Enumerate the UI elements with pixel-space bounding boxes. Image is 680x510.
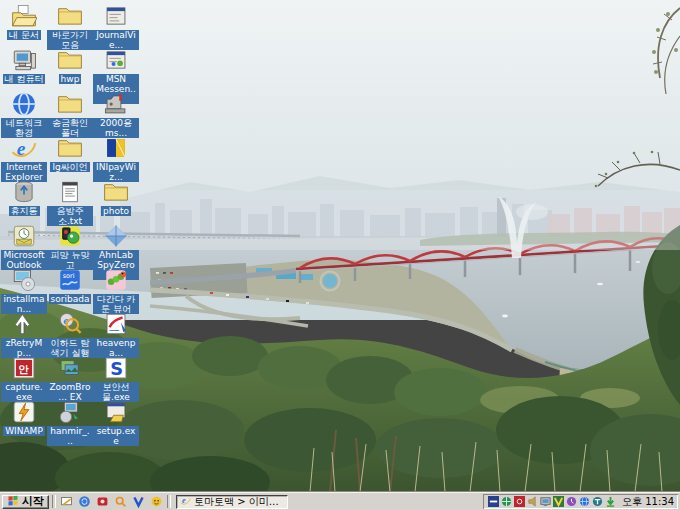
- e-search-icon: e: [57, 311, 83, 337]
- desktop-icon[interactable]: heavenpa...: [93, 311, 139, 355]
- taskbar-clock[interactable]: 오후 11:34: [622, 495, 674, 509]
- desktop-icon[interactable]: installman...: [1, 267, 47, 311]
- tray-downloader-icon[interactable]: [604, 496, 616, 508]
- task-button-label: 토마토맥 > 이미지방 1...: [194, 495, 284, 509]
- quick-launch-bar: [59, 495, 164, 509]
- tray-ime-icon[interactable]: [487, 496, 499, 508]
- desktop-icon-label: WINAMP: [3, 426, 45, 436]
- desktop-icon-label: 휴지통: [9, 206, 40, 216]
- folder-open-icon: [11, 3, 37, 29]
- desktop-icon[interactable]: 다간다 카툰 뷰어: [93, 267, 139, 311]
- task-button-area: e토마토맥 > 이미지방 1...: [176, 495, 288, 509]
- paint-file-icon: [103, 311, 129, 337]
- desktop-icon[interactable]: S보안선물.exe: [93, 355, 139, 399]
- desktop-icon-label: hanmir_...: [47, 426, 93, 446]
- start-label: 시작: [22, 496, 44, 507]
- installer2-icon: [57, 399, 83, 425]
- desktop-icon-label: lg싸이언: [50, 162, 89, 172]
- ahnlab-an-icon: 안: [11, 355, 37, 381]
- tray-ahnlab-icon[interactable]: [513, 496, 525, 508]
- computer-icon: [11, 47, 37, 73]
- desktop-icon[interactable]: 내 컴퓨터: [1, 47, 47, 91]
- tray-icons: [487, 496, 616, 508]
- soribada-icon: sori: [57, 267, 83, 293]
- desktop-icon-label: hwp: [59, 74, 82, 84]
- taskbar-divider: [167, 495, 171, 508]
- desktop-icon[interactable]: setup.exe: [93, 399, 139, 443]
- desktop-icon[interactable]: 음방주소.txt: [47, 179, 93, 223]
- outlook-icon: [11, 223, 37, 249]
- folder-icon: [57, 47, 83, 73]
- inipay-icon: [103, 135, 129, 161]
- desktop-icon[interactable]: 2000용ms...: [93, 91, 139, 135]
- desktop-screen: 내 문서바로가기모음JournalVie...내 컴퓨터hwpMSN Messe…: [0, 0, 680, 510]
- desktop-icon[interactable]: AhnLab SpyZero 2.0: [93, 223, 139, 267]
- ie-icon: e: [11, 135, 37, 161]
- desktop-icon[interactable]: eInternet Explorer: [1, 135, 47, 179]
- tray-scheduler-icon[interactable]: [565, 496, 577, 508]
- taskbar-divider: [52, 495, 56, 508]
- installer-icon: [11, 267, 37, 293]
- desktop-icon[interactable]: photo: [93, 179, 139, 223]
- desktop-icon[interactable]: INIpayWiz...: [93, 135, 139, 179]
- desktop-icon[interactable]: hwp: [47, 47, 93, 91]
- v-launcher-quicklaunch-icon[interactable]: [131, 495, 146, 509]
- diamond-icon: [103, 223, 129, 249]
- desktop-icon[interactable]: MSN Messen...: [93, 47, 139, 91]
- setup-icon: [103, 399, 129, 425]
- tray-network-icon[interactable]: [578, 496, 590, 508]
- desktop-icon[interactable]: hanmir_...: [47, 399, 93, 443]
- desktop-icon-label: soribada: [49, 294, 92, 304]
- tray-volume-icon[interactable]: [526, 496, 538, 508]
- desktop-icon[interactable]: sorisoribada: [47, 267, 93, 311]
- start-button[interactable]: 시작: [2, 495, 49, 509]
- search-quicklaunch-icon[interactable]: [113, 495, 128, 509]
- device-icon: [103, 91, 129, 117]
- desktop-icon[interactable]: lg싸이언: [47, 135, 93, 179]
- ie-small-icon: e: [180, 495, 191, 508]
- cartoon-icon: [103, 267, 129, 293]
- tray-globe-icon[interactable]: [500, 496, 512, 508]
- messenger-quicklaunch-icon[interactable]: [149, 495, 164, 509]
- desktop-icon[interactable]: Microsoft Outlook: [1, 223, 47, 267]
- desktop-icon-label: setup.exe: [93, 426, 139, 446]
- msn-window-icon: [103, 47, 129, 73]
- s-logo-icon: S: [103, 355, 129, 381]
- desktop-icon-label: 내 컴퓨터: [3, 74, 46, 84]
- svg-text:S: S: [110, 358, 123, 379]
- media-player-quicklaunch-icon[interactable]: [95, 495, 110, 509]
- svg-text:안: 안: [18, 363, 29, 375]
- desktop-icon-label: 내 문서: [7, 30, 41, 40]
- tray-display-icon[interactable]: [539, 496, 551, 508]
- folder-icon: [57, 135, 83, 161]
- show-desktop-quicklaunch-icon[interactable]: [59, 495, 74, 509]
- desktop-icon[interactable]: ZoomBro... EX: [47, 355, 93, 399]
- desktop-icon[interactable]: zRetryMp...: [1, 311, 47, 355]
- taskbar: 시작 e토마토맥 > 이미지방 1... 오후 11:34: [0, 492, 680, 510]
- tray-v3-icon[interactable]: [552, 496, 564, 508]
- task-button[interactable]: e토마토맥 > 이미지방 1...: [176, 495, 288, 509]
- desktop-icon[interactable]: e이하드 탐색기 실행: [47, 311, 93, 355]
- sync-quicklaunch-icon[interactable]: [77, 495, 92, 509]
- system-tray: 오후 11:34: [483, 494, 678, 509]
- folder-icon: [57, 91, 83, 117]
- desktop-icon-grid: 내 문서바로가기모음JournalVie...내 컴퓨터hwpMSN Messe…: [1, 3, 139, 443]
- desktop-icon[interactable]: 안capture.exe: [1, 355, 47, 399]
- text-file-icon: [57, 179, 83, 205]
- desktop-icon[interactable]: JournalVie...: [93, 3, 139, 47]
- desktop-icon[interactable]: 휴지통: [1, 179, 47, 223]
- hand-cursor-icon: [11, 311, 37, 337]
- app-window-icon: [103, 3, 129, 29]
- windows-logo-icon: [7, 495, 19, 508]
- folder-icon: [57, 3, 83, 29]
- desktop-icon[interactable]: 피망 뉴맞고: [47, 223, 93, 267]
- desktop-icon[interactable]: 송금확인폴더: [47, 91, 93, 135]
- winamp-icon: [11, 399, 37, 425]
- desktop-icon[interactable]: 바로가기모음: [47, 3, 93, 47]
- desktop-icon[interactable]: WINAMP: [1, 399, 47, 443]
- network-icon: [11, 91, 37, 117]
- desktop-icon[interactable]: 내 문서: [1, 3, 47, 47]
- photo-stack-icon: [57, 355, 83, 381]
- tray-t-service-icon[interactable]: [591, 496, 603, 508]
- desktop-icon[interactable]: 네트워크 환경: [1, 91, 47, 135]
